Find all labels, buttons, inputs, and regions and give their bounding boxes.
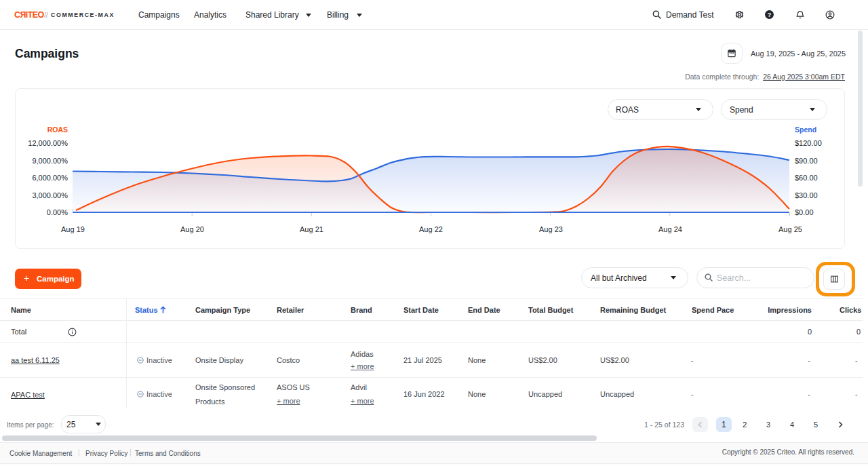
svg-text:?: ?	[768, 12, 772, 18]
